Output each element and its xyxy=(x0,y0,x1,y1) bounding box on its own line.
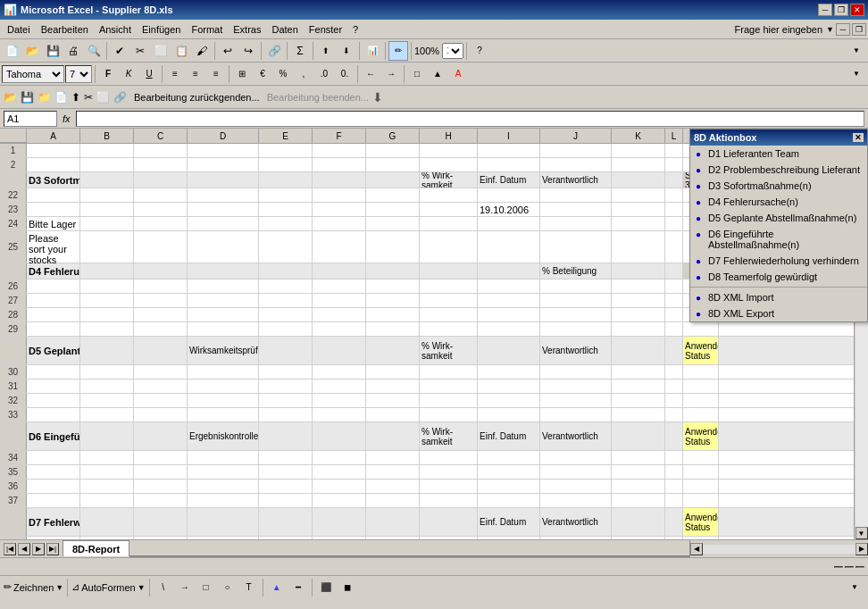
cell-b1[interactable] xyxy=(80,144,134,157)
cell-f32[interactable] xyxy=(313,394,366,407)
cell-h22[interactable] xyxy=(420,188,478,202)
minimize-button[interactable]: ─ xyxy=(818,4,832,16)
cell-l28[interactable] xyxy=(665,308,683,321)
cell-a28[interactable] xyxy=(27,308,80,321)
cell-c34[interactable] xyxy=(134,451,188,464)
aktionbox-item-d5[interactable]: ● D5 Geplante Abstellmaßnahme(n) xyxy=(690,210,867,226)
cell-l25[interactable] xyxy=(665,231,683,263)
help-minimize-btn[interactable]: ─ xyxy=(836,23,850,36)
decrease-decimal-button[interactable]: 0. xyxy=(335,64,355,84)
cell-c32[interactable] xyxy=(134,394,188,407)
cell-h33[interactable] xyxy=(420,408,478,421)
cell-i2[interactable] xyxy=(478,158,540,171)
cell-d34[interactable] xyxy=(188,451,259,464)
hscroll-right-button[interactable]: ▶ xyxy=(855,543,868,555)
menu-help[interactable]: ? xyxy=(347,22,363,37)
cell-e32[interactable] xyxy=(259,394,313,407)
save-button[interactable]: 💾 xyxy=(43,41,63,61)
cell-a24[interactable]: Bitte Lager kontrollieren xyxy=(27,217,80,230)
col-header-a[interactable]: A xyxy=(27,129,80,143)
cell-l29[interactable] xyxy=(665,322,683,336)
paste-button[interactable]: 📋 xyxy=(171,41,191,61)
cell-i38[interactable] xyxy=(478,537,540,539)
cell-a2[interactable] xyxy=(27,158,80,171)
cell-k24[interactable] xyxy=(612,217,665,230)
cell-g29[interactable] xyxy=(366,322,420,336)
tab-last-button[interactable]: ▶| xyxy=(46,543,59,555)
cell-i33[interactable] xyxy=(478,408,540,421)
col-header-d[interactable]: D xyxy=(188,129,259,143)
cell-f27[interactable] xyxy=(313,294,366,307)
cell-g34[interactable] xyxy=(366,451,420,464)
cell-k31[interactable] xyxy=(612,380,665,393)
cell-d24[interactable] xyxy=(188,217,259,230)
cell-c33[interactable] xyxy=(134,408,188,421)
cell-b27[interactable] xyxy=(80,294,134,307)
cell-c29[interactable] xyxy=(134,322,188,336)
cell-f35[interactable] xyxy=(313,465,366,479)
cell-a22[interactable] xyxy=(27,188,80,202)
copy-button[interactable]: ⬜ xyxy=(151,41,171,61)
cell-l38[interactable] xyxy=(665,537,683,539)
cell-k36[interactable] xyxy=(612,480,665,493)
cell-a37[interactable] xyxy=(27,494,80,507)
cell-g38[interactable] xyxy=(366,537,420,539)
cell-i25[interactable] xyxy=(478,231,540,263)
cell-d26[interactable] xyxy=(188,279,259,293)
cell-j29[interactable] xyxy=(540,322,612,336)
cell-h2[interactable] xyxy=(420,158,478,171)
cell-l24[interactable] xyxy=(665,217,683,230)
cell-f28[interactable] xyxy=(313,308,366,321)
cell-r31[interactable] xyxy=(683,380,719,393)
cell-a23[interactable] xyxy=(27,203,80,216)
menu-format[interactable]: Format xyxy=(186,22,228,37)
cell-j38[interactable] xyxy=(540,537,612,539)
cell-d2[interactable] xyxy=(188,158,259,171)
cell-e24[interactable] xyxy=(259,217,313,230)
cell-f36[interactable] xyxy=(313,480,366,493)
cell-l37[interactable] xyxy=(665,494,683,507)
cell-k34[interactable] xyxy=(612,451,665,464)
cell-l30[interactable] xyxy=(665,365,683,379)
menu-einfuegen[interactable]: Einfügen xyxy=(137,22,186,37)
col-header-c[interactable]: C xyxy=(134,129,188,143)
cell-d28[interactable] xyxy=(188,308,259,321)
cell-a33[interactable] xyxy=(27,408,80,421)
menu-fenster[interactable]: Fenster xyxy=(304,22,347,37)
menu-extras[interactable]: Extras xyxy=(228,22,266,37)
cell-i34[interactable] xyxy=(478,451,540,464)
font-color-button[interactable]: A xyxy=(448,64,468,84)
aktionbox-item-d3[interactable]: ● D3 Sofortmaßnahme(n) xyxy=(690,178,867,194)
cell-a27[interactable] xyxy=(27,294,80,307)
cell-a29[interactable] xyxy=(27,322,80,336)
cell-b2[interactable] xyxy=(80,158,134,171)
cell-f22[interactable] xyxy=(313,188,366,202)
cell-b23[interactable] xyxy=(80,203,134,216)
cell-l27[interactable] xyxy=(665,294,683,307)
cell-k25[interactable] xyxy=(612,231,665,263)
cell-c2[interactable] xyxy=(134,158,188,171)
cell-d36[interactable] xyxy=(188,480,259,493)
preview-button[interactable]: 🔍 xyxy=(84,41,104,61)
cell-b32[interactable] xyxy=(80,394,134,407)
cell-i24[interactable] xyxy=(478,217,540,230)
cell-h27[interactable] xyxy=(420,294,478,307)
border-button[interactable]: □ xyxy=(407,64,427,84)
aktionbox-item-d1[interactable]: ● D1 Lieferanten Team xyxy=(690,146,867,162)
cell-i36[interactable] xyxy=(478,480,540,493)
cell-i29[interactable] xyxy=(478,322,540,336)
cell-r33[interactable] xyxy=(683,408,719,421)
cell-b36[interactable] xyxy=(80,480,134,493)
cell-e37[interactable] xyxy=(259,494,313,507)
cell-h29[interactable] xyxy=(420,322,478,336)
cell-d29[interactable] xyxy=(188,322,259,336)
aktionbox-item-d4[interactable]: ● D4 Fehlerursache(n) xyxy=(690,194,867,210)
cell-j35[interactable] xyxy=(540,465,612,479)
print-button[interactable]: 🖨 xyxy=(63,41,83,61)
cell-k38[interactable] xyxy=(612,537,665,539)
cell-h23[interactable] xyxy=(420,203,478,216)
cell-k2[interactable] xyxy=(612,158,665,171)
cell-i31[interactable] xyxy=(478,380,540,393)
cell-h30[interactable] xyxy=(420,365,478,379)
textbox-tool[interactable]: T xyxy=(239,578,259,597)
